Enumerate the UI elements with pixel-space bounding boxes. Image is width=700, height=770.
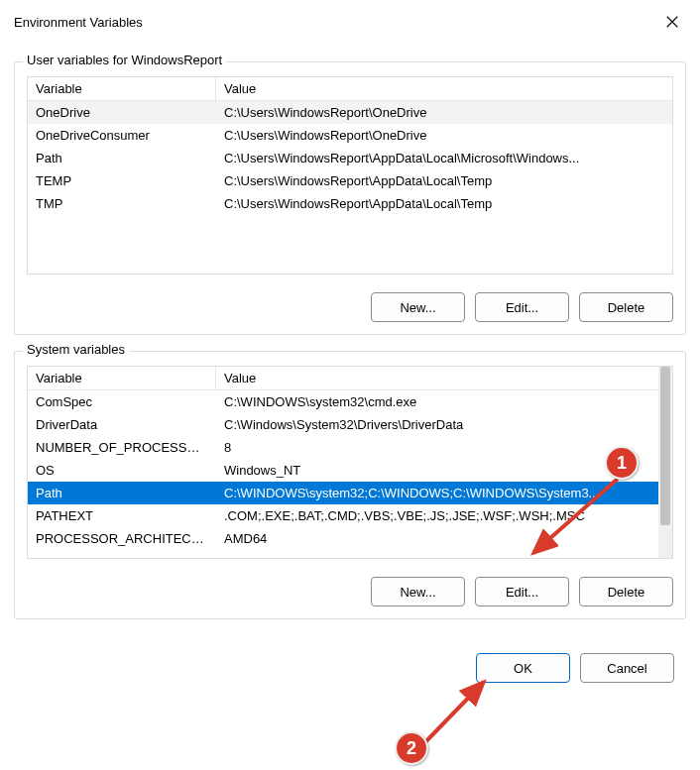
system-variables-label: System variables [23, 342, 129, 357]
user-row-value: C:\Users\WindowsReport\AppData\Local\Mic… [216, 147, 672, 169]
close-button[interactable] [658, 8, 686, 36]
user-row-value: C:\Users\WindowsReport\OneDrive [216, 124, 672, 147]
user-col-value[interactable]: Value [216, 77, 672, 101]
sys-row-variable: OS [28, 459, 216, 482]
sys-row-value: C:\WINDOWS\system32;C:\WINDOWS;C:\WINDOW… [216, 482, 672, 504]
sys-list-header[interactable]: Variable Value [28, 367, 672, 390]
sys-list-row[interactable]: PROCESSOR_ARCHITECTU... AMD64 [28, 527, 672, 550]
user-delete-button[interactable]: Delete [579, 292, 673, 322]
user-row-value: C:\Users\WindowsReport\AppData\Local\Tem… [216, 169, 672, 192]
sys-row-variable: DriverData [28, 413, 216, 436]
annotation-badge-2: 2 [395, 731, 428, 765]
user-buttons-row: New... Edit... Delete [27, 292, 673, 322]
sys-edit-button[interactable]: Edit... [475, 577, 569, 606]
close-icon [665, 15, 679, 29]
user-row-value: C:\Users\WindowsReport\AppData\Local\Tem… [216, 192, 672, 215]
user-list-row[interactable]: TMP C:\Users\WindowsReport\AppData\Local… [28, 192, 672, 215]
sys-col-value[interactable]: Value [216, 367, 672, 390]
sys-row-value: 8 [216, 436, 672, 459]
user-list-row[interactable]: OneDriveConsumer C:\Users\WindowsReport\… [28, 124, 672, 147]
sys-row-value: .COM;.EXE;.BAT;.CMD;.VBS;.VBE;.JS;.JSE;.… [216, 504, 672, 527]
sys-list-row[interactable]: DriverData C:\Windows\System32\Drivers\D… [28, 413, 672, 436]
sys-delete-button[interactable]: Delete [579, 577, 673, 606]
sys-new-button[interactable]: New... [371, 577, 465, 606]
user-col-variable[interactable]: Variable [28, 77, 216, 101]
sys-list-row[interactable]: OS Windows_NT [28, 459, 672, 482]
sys-list-row[interactable]: ComSpec C:\WINDOWS\system32\cmd.exe [28, 390, 672, 413]
user-row-variable: OneDriveConsumer [28, 124, 216, 147]
sys-row-variable: PROCESSOR_ARCHITECTU... [28, 527, 216, 550]
window-title: Environment Variables [14, 15, 143, 30]
user-list-row[interactable]: Path C:\Users\WindowsReport\AppData\Loca… [28, 147, 672, 169]
sys-row-variable: ComSpec [28, 390, 216, 413]
sys-row-value: AMD64 [216, 527, 672, 550]
ok-button[interactable]: OK [476, 653, 570, 683]
user-variables-label: User variables for WindowsReport [23, 53, 226, 67]
system-variables-list[interactable]: Variable Value ComSpec C:\WINDOWS\system… [27, 366, 673, 559]
user-row-value: C:\Users\WindowsReport\OneDrive [216, 101, 672, 124]
sys-row-value: C:\Windows\System32\Drivers\DriverData [216, 413, 672, 436]
sys-scrollbar[interactable] [658, 367, 672, 558]
dialog-buttons-row: OK Cancel [0, 633, 700, 701]
sys-list-row-selected[interactable]: Path C:\WINDOWS\system32;C:\WINDOWS;C:\W… [28, 482, 672, 504]
titlebar: Environment Variables [0, 0, 700, 40]
user-row-variable: TEMP [28, 169, 216, 192]
annotation-badge-1: 1 [605, 446, 639, 480]
user-list-row[interactable]: TEMP C:\Users\WindowsReport\AppData\Loca… [28, 169, 672, 192]
sys-row-variable: PATHEXT [28, 504, 216, 527]
user-new-button[interactable]: New... [371, 292, 465, 322]
sys-scrollbar-thumb[interactable] [660, 367, 670, 525]
sys-list-row[interactable]: PATHEXT .COM;.EXE;.BAT;.CMD;.VBS;.VBE;.J… [28, 504, 672, 527]
sys-row-variable: NUMBER_OF_PROCESSORS [28, 436, 216, 459]
user-list-header[interactable]: Variable Value [28, 77, 672, 101]
user-variables-list[interactable]: Variable Value OneDrive C:\Users\Windows… [27, 76, 673, 275]
sys-list-row[interactable]: NUMBER_OF_PROCESSORS 8 [28, 436, 672, 459]
sys-buttons-row: New... Edit... Delete [27, 577, 673, 606]
user-row-variable: TMP [28, 192, 216, 215]
sys-row-value: Windows_NT [216, 459, 672, 482]
sys-col-variable[interactable]: Variable [28, 367, 216, 390]
user-variables-group: User variables for WindowsReport Variabl… [14, 61, 686, 335]
user-list-row[interactable]: OneDrive C:\Users\WindowsReport\OneDrive [28, 101, 672, 124]
sys-row-value: C:\WINDOWS\system32\cmd.exe [216, 390, 672, 413]
user-edit-button[interactable]: Edit... [475, 292, 569, 322]
user-row-variable: OneDrive [28, 101, 216, 124]
user-row-variable: Path [28, 147, 216, 169]
system-variables-group: System variables Variable Value ComSpec … [14, 351, 686, 619]
sys-row-variable: Path [28, 482, 216, 504]
cancel-button[interactable]: Cancel [580, 653, 674, 683]
